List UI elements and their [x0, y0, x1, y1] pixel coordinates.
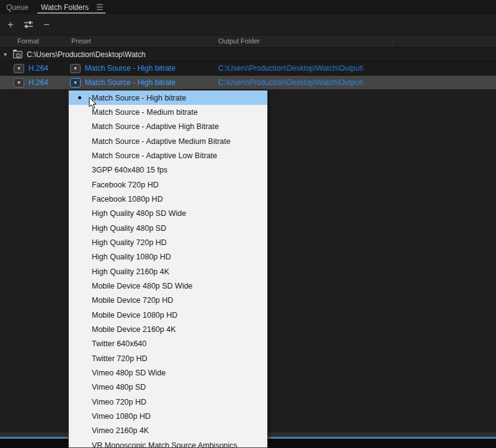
watch-folder-icon	[13, 51, 22, 58]
preset-menu-item[interactable]: Vimeo 1080p HD	[69, 409, 267, 423]
selected-bullet-icon	[78, 96, 81, 99]
preset-dropdown-menu: Match Source - High bitrate Match Source…	[68, 90, 268, 448]
preset-menu-item[interactable]: Match Source - Medium bitrate	[69, 105, 267, 119]
preset-menu-item[interactable]: Twitter 640x640	[69, 337, 267, 351]
preset-value[interactable]: Match Source - High bitrate	[85, 78, 175, 87]
column-preset: Preset	[71, 37, 91, 45]
active-tab-underline	[37, 12, 105, 14]
preset-menu-item-label: Vimeo 2160p 4K	[92, 426, 149, 435]
preset-menu-item-label: Mobile Device 480p SD Wide	[92, 282, 193, 290]
output-folder-value[interactable]: C:\Users\Production\Desktop\Watch\Output…	[218, 64, 363, 73]
preset-menu-item[interactable]: Twitter 720p HD	[69, 351, 267, 365]
column-header-row: Format Preset Output Folder	[0, 35, 496, 48]
column-divider[interactable]	[392, 37, 392, 46]
tab-queue[interactable]: Queue	[0, 0, 35, 14]
preset-menu-item-label: 3GPP 640x480 15 fps	[92, 166, 167, 174]
preset-menu-item-label: Facebook 1080p HD	[92, 195, 163, 204]
preset-menu-item-label: Match Source - Adaptive Medium Bitrate	[92, 137, 231, 146]
preset-menu-item-label: Match Source - High bitrate	[92, 94, 186, 102]
preset-menu-item-label: Match Source - Medium bitrate	[92, 108, 198, 117]
preset-menu-item[interactable]: Mobile Device 1080p HD	[69, 308, 267, 322]
preset-dropdown-button[interactable]: ▾	[70, 64, 81, 73]
preset-menu-item[interactable]: High Quality 2160p 4K	[69, 264, 267, 279]
preset-menu-item-label: Vimeo 480p SD Wide	[92, 369, 166, 377]
format-value[interactable]: H.264	[29, 64, 48, 73]
preset-menu-item[interactable]: Match Source - High bitrate	[69, 91, 267, 105]
preset-menu-item-label: Mobile Device 2160p 4K	[92, 325, 176, 334]
encode-row-selected[interactable]: ▾ H.264 ▾ Match Source - High bitrate C:…	[0, 76, 496, 90]
watch-folder-path: C:\Users\Production\Desktop\Watch	[27, 50, 146, 59]
preset-menu-item-label: Facebook 720p HD	[92, 181, 159, 189]
encode-row[interactable]: ▾ H.264 ▾ Match Source - High bitrate C:…	[0, 61, 496, 76]
preset-menu-item-label: VR Monoscopic Match Source Ambisonics	[92, 441, 237, 448]
format-dropdown-button[interactable]: ▾	[14, 64, 24, 73]
preset-menu-item[interactable]: High Quality 1080p HD	[69, 250, 267, 264]
preset-menu-item-label: High Quality 2160p 4K	[92, 267, 169, 276]
format-dropdown-button[interactable]: ▾	[14, 78, 24, 87]
preset-menu-item-label: Mobile Device 1080p HD	[92, 311, 177, 320]
preset-menu-item[interactable]: Match Source - Adaptive High Bitrate	[69, 120, 267, 134]
preset-menu-item[interactable]: Facebook 720p HD	[69, 177, 267, 192]
panel-menu-icon[interactable]: ☰	[96, 2, 107, 12]
remove-watch-folder-button[interactable]: −	[40, 19, 53, 31]
column-output-folder: Output Folder	[218, 37, 260, 45]
preset-menu-item[interactable]: Vimeo 2160p 4K	[69, 424, 267, 438]
add-watch-folder-button[interactable]: +	[4, 19, 17, 31]
preset-dropdown-button-open[interactable]: ▾	[70, 78, 81, 87]
output-folder-value[interactable]: C:\Users\Production\Desktop\Watch\Output…	[218, 78, 363, 87]
preset-menu-item[interactable]: High Quality 480p SD Wide	[69, 207, 267, 221]
preset-menu-item[interactable]: Vimeo 480p SD Wide	[69, 365, 267, 380]
preset-menu-item-label: Match Source - Adaptive High Bitrate	[92, 122, 219, 131]
preset-menu-item-label: Vimeo 1080p HD	[92, 412, 151, 421]
preset-menu-item[interactable]: High Quality 480p SD	[69, 221, 267, 235]
preset-menu-item-label: Vimeo 480p SD	[92, 383, 146, 392]
preset-menu-item[interactable]: 3GPP 640x480 15 fps	[69, 163, 267, 177]
watch-folder-row[interactable]: ▾ C:\Users\Production\Desktop\Watch	[0, 48, 496, 61]
preset-menu-item-label: Match Source - Adaptive Low Bitrate	[92, 151, 217, 160]
chevron-down-icon[interactable]: ▾	[4, 51, 11, 58]
preset-menu-item-label: High Quality 480p SD	[92, 224, 166, 233]
preset-menu-item[interactable]: Match Source - Adaptive Medium Bitrate	[69, 134, 267, 148]
preset-menu-item-label: Twitter 640x640	[92, 339, 146, 348]
preset-menu-item-label: High Quality 720p HD	[92, 238, 167, 247]
preset-menu-item-label: Vimeo 720p HD	[92, 398, 146, 406]
format-value[interactable]: H.264	[29, 78, 48, 87]
preset-menu-item[interactable]: VR Monoscopic Match Source Ambisonics	[69, 438, 267, 448]
preset-menu-item-label: Mobile Device 720p HD	[92, 296, 173, 305]
preset-value[interactable]: Match Source - High bitrate	[85, 64, 175, 73]
preset-menu-item[interactable]: Mobile Device 2160p 4K	[69, 322, 267, 336]
column-format: Format	[17, 37, 39, 45]
preset-menu-item[interactable]: Facebook 1080p HD	[69, 192, 267, 206]
preset-menu-item[interactable]: Mobile Device 720p HD	[69, 293, 267, 308]
preset-menu-item-label: High Quality 480p SD Wide	[92, 209, 186, 218]
panel-tab-bar: Queue Watch Folders ☰	[0, 0, 496, 14]
preset-settings-icon[interactable]	[22, 19, 35, 31]
preset-menu-item[interactable]: Vimeo 720p HD	[69, 395, 267, 409]
watch-folders-toolbar: + −	[0, 14, 496, 35]
preset-menu-item[interactable]: High Quality 720p HD	[69, 235, 267, 249]
preset-menu-item[interactable]: Vimeo 480p SD	[69, 380, 267, 395]
preset-menu-item[interactable]: Match Source - Adaptive Low Bitrate	[69, 148, 267, 163]
preset-menu-item-label: Twitter 720p HD	[92, 354, 148, 363]
preset-menu-item-label: High Quality 1080p HD	[92, 253, 171, 261]
preset-menu-item[interactable]: Mobile Device 480p SD Wide	[69, 279, 267, 293]
